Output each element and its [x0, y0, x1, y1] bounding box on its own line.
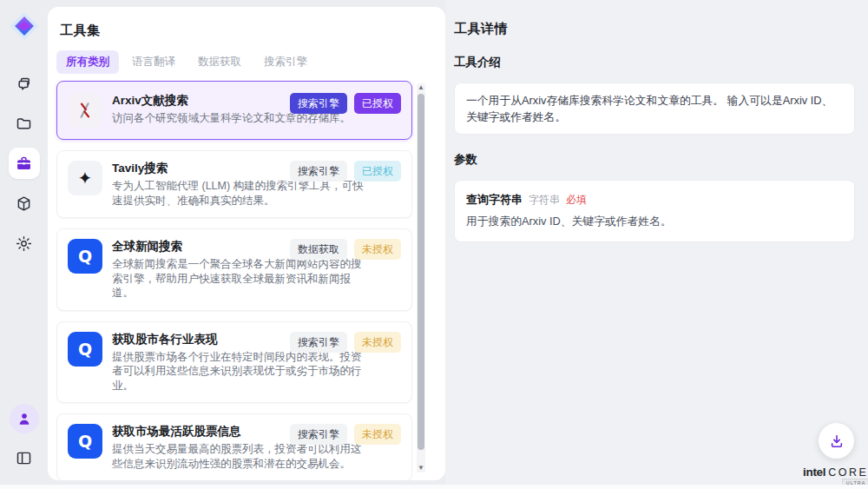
param-name: 查询字符串: [466, 192, 523, 208]
folder-icon: [15, 115, 33, 133]
tool-description: 全球新闻搜索是一个聚合全球各大新闻网站内容的搜索引擎，帮助用户快速获取全球最新资…: [112, 257, 401, 301]
tab-data-acquisition[interactable]: 数据获取: [188, 50, 251, 74]
window-bottom-edge: [0, 485, 868, 489]
tool-card-global-news[interactable]: Q 全球新闻搜索 全球新闻搜索是一个聚合全球各大新闻网站内容的搜索引擎，帮助用户…: [56, 228, 412, 311]
category-badge: 数据获取: [290, 239, 347, 260]
tool-card-arxiv[interactable]: Arxiv文献搜索 访问各个研究领域大量科学论文和文章的存储库。 搜索引擎 已授…: [56, 81, 412, 140]
params-section-title: 参数: [454, 152, 855, 168]
param-card: 查询字符串 字符串 必填 用于搜索的Arxiv ID、关键字或作者姓名。: [454, 180, 855, 242]
scroll-up-arrow-icon[interactable]: ▲: [417, 83, 425, 92]
detail-title: 工具详情: [454, 21, 855, 37]
auth-status-badge: 已授权: [354, 161, 401, 182]
tool-description: 专为人工智能代理 (LLM) 构建的搜索引擎工具，可快速提供实时、准确和真实的结…: [112, 179, 401, 208]
user-icon: [16, 410, 33, 427]
arxiv-logo-icon: [68, 93, 102, 128]
tool-card-sector-performance[interactable]: Q 获取股市各行业表现 提供股票市场各个行业在特定时间段内的表现。投资者可以利用…: [56, 321, 412, 404]
category-badge: 搜索引擎: [290, 332, 347, 353]
news-q-icon: Q: [68, 424, 102, 459]
category-tabs: 所有类别 语言翻译 数据获取 搜索引擎: [56, 50, 445, 74]
tool-card-most-active-stocks[interactable]: Q 获取市场最活跃股票信息 提供当天交易量最高的股票列表，投资者可以利用这些信息…: [56, 413, 412, 480]
gear-icon: [15, 235, 33, 253]
tab-search-engine[interactable]: 搜索引擎: [254, 50, 317, 74]
briefcase-icon: [15, 155, 33, 173]
auth-status-badge: 未授权: [354, 424, 401, 445]
auth-status-badge: 已授权: [354, 93, 401, 114]
news-q-icon: Q: [68, 239, 102, 274]
category-badge: 搜索引擎: [290, 161, 347, 182]
sidebar-item-settings[interactable]: [9, 228, 40, 259]
auth-status-badge: 未授权: [354, 332, 401, 353]
tool-card-tavily[interactable]: ✦ Tavily搜索 专为人工智能代理 (LLM) 构建的搜索引擎工具，可快速提…: [56, 150, 412, 218]
tool-description: 提供股票市场各个行业在特定时间段内的表现。投资者可以利用这些信息来识别表现优于或…: [112, 350, 401, 393]
sidebar-item-chat[interactable]: [9, 68, 40, 99]
download-icon: [828, 433, 845, 450]
sparkle-icon: ✦: [68, 161, 102, 195]
param-description: 用于搜索的Arxiv ID、关键字或作者姓名。: [466, 215, 843, 229]
category-badge: 搜索引擎: [290, 93, 347, 114]
tab-language-translation[interactable]: 语言翻译: [122, 50, 185, 74]
param-type: 字符串: [529, 193, 560, 208]
chat-icon: [15, 75, 33, 93]
core-wordmark: CORE: [828, 466, 868, 479]
intel-wordmark: intel: [803, 466, 825, 479]
tool-detail-panel: 工具详情 工具介绍 一个用于从Arxiv存储库搜索科学论文和文章的工具。 输入可…: [445, 0, 868, 489]
tools-panel: 工具集 所有类别 语言翻译 数据获取 搜索引擎 Arxiv文献搜索 访问各个研究…: [48, 7, 445, 480]
tab-all-categories[interactable]: 所有类别: [56, 50, 119, 74]
app-logo-icon[interactable]: [8, 10, 41, 43]
intel-core-logo: intel CORE ULTRA: [803, 466, 868, 479]
tool-list: Arxiv文献搜索 访问各个研究领域大量科学论文和文章的存储库。 搜索引擎 已授…: [48, 80, 445, 480]
auth-status-badge: 未授权: [354, 239, 401, 260]
param-required-badge: 必填: [566, 193, 587, 208]
download-button[interactable]: [819, 423, 854, 459]
panel-toggle-icon: [15, 449, 33, 467]
cube-icon: [15, 195, 33, 213]
scrollbar-thumb[interactable]: [418, 94, 424, 450]
sidebar-item-models[interactable]: [9, 188, 40, 219]
app-sidebar: [0, 0, 48, 489]
sidebar-collapse-button[interactable]: [9, 442, 40, 473]
list-scrollbar[interactable]: ▲ ▼: [417, 83, 425, 472]
news-q-icon: Q: [68, 332, 102, 367]
sidebar-item-files[interactable]: [9, 108, 40, 139]
intro-text: 一个用于从Arxiv存储库搜索科学论文和文章的工具。 输入可以是Arxiv ID…: [466, 92, 843, 125]
scroll-down-arrow-icon[interactable]: ▼: [417, 464, 425, 472]
page-title: 工具集: [60, 23, 445, 39]
user-avatar[interactable]: [10, 404, 39, 433]
category-badge: 搜索引擎: [290, 424, 347, 445]
intro-section-title: 工具介绍: [454, 55, 855, 70]
tool-description: 提供当天交易量最高的股票列表，投资者可以利用这些信息来识别流动性强的股票和潜在的…: [112, 442, 401, 471]
intro-card: 一个用于从Arxiv存储库搜索科学论文和文章的工具。 输入可以是Arxiv ID…: [454, 83, 855, 135]
sidebar-item-tools[interactable]: [9, 148, 40, 179]
